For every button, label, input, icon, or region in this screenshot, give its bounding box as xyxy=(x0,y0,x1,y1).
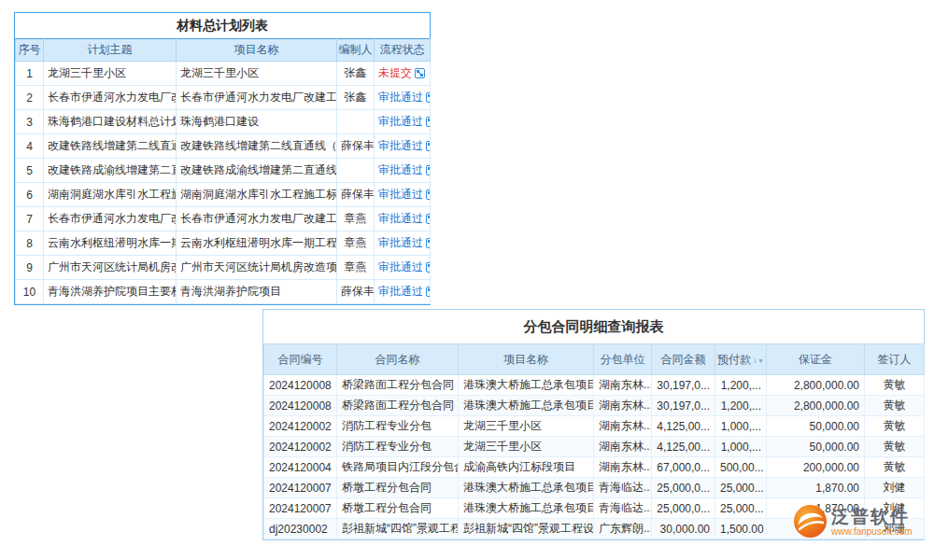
project-name-link[interactable]: 港珠澳大桥施工总承包项目 xyxy=(459,375,594,396)
contract-table-row: 2024120007桥墩工程分包合同港珠澳大桥施工总承包项目青海临达...25,… xyxy=(264,478,925,498)
material-table-row: 8云南水利枢纽潜明水库一期...云南水利枢纽潜明水库一期工程施工标章燕审批通过 xyxy=(16,231,431,256)
contract-column-header[interactable]: 签订人 xyxy=(865,344,925,375)
plan-subject-link[interactable]: 云南水利枢纽潜明水库一期... xyxy=(44,231,177,256)
contract-code-link[interactable]: 2024120007 xyxy=(264,498,337,519)
workflow-status-cell: 审批通过 xyxy=(375,159,431,183)
signer-name: 黄敏 xyxy=(865,396,925,416)
project-name-link[interactable]: 珠海鹤港口建设 xyxy=(177,110,337,134)
material-table-row: 3珠海鹤港口建设材料总计划珠海鹤港口建设审批通过 xyxy=(16,110,431,134)
status-text: 未提交 xyxy=(378,66,412,79)
contract-code-link[interactable]: 2024120004 xyxy=(264,457,337,478)
row-number: 9 xyxy=(16,256,44,280)
project-name-link[interactable]: 湖南洞庭湖水库引水工程施工标 xyxy=(177,183,337,207)
contract-column-header[interactable]: 合同名称 xyxy=(337,344,459,375)
plan-subject-link[interactable]: 龙湖三千里小区 xyxy=(44,62,177,86)
project-name-link[interactable]: 成渝高铁内江标段项目 xyxy=(459,457,594,478)
project-name-link[interactable]: 长春市伊通河水力发电厂改建工程 xyxy=(177,86,337,110)
workflow-diagram-icon[interactable] xyxy=(426,238,431,248)
contract-code-link[interactable]: dj20230002 xyxy=(264,519,337,539)
plan-subject-link[interactable]: 改建铁路线增建第二线直通... xyxy=(44,134,177,159)
workflow-diagram-icon[interactable] xyxy=(426,287,431,297)
contract-name-link[interactable]: 铁路局项目内江段分包合同 xyxy=(337,457,459,478)
contract-column-header[interactable]: 合同金额 xyxy=(652,344,715,375)
project-name-link[interactable]: 港珠澳大桥施工总承包项目 xyxy=(459,478,594,498)
deposit-amount: 2,800,000.00 xyxy=(767,375,865,396)
project-name-link[interactable]: 云南水利枢纽潜明水库一期工程施工标 xyxy=(177,231,337,256)
contract-amount: 25,000,0... xyxy=(652,478,715,498)
project-name-link[interactable]: 港珠澳大桥施工总承包项目 xyxy=(459,498,594,519)
project-name-link[interactable]: 青海洪湖养护院项目 xyxy=(177,280,337,304)
workflow-diagram-icon[interactable] xyxy=(426,141,431,151)
contract-name-link[interactable]: 桥梁路面工程分包合同 xyxy=(337,396,459,416)
signer-name: 刘健 xyxy=(865,478,925,498)
contract-column-header[interactable]: 预付款↓▼ xyxy=(715,344,767,375)
contract-code-link[interactable]: 2024120002 xyxy=(264,437,337,457)
workflow-diagram-icon[interactable] xyxy=(426,92,431,103)
subcontract-unit: 广东辉朗... xyxy=(594,519,652,539)
workflow-diagram-icon[interactable] xyxy=(426,262,431,273)
contract-code-link[interactable]: 2024120008 xyxy=(264,375,337,396)
advance-payment: 25,000... xyxy=(715,498,767,519)
contract-column-header[interactable]: 分包单位 xyxy=(594,344,652,375)
workflow-status-cell: 审批通过 xyxy=(375,110,431,134)
project-name-link[interactable]: 龙湖三千里小区 xyxy=(459,416,594,437)
project-name-link[interactable]: 港珠澳大桥施工总承包项目 xyxy=(459,396,594,416)
plan-subject-link[interactable]: 珠海鹤港口建设材料总计划 xyxy=(44,110,177,134)
material-table-row: 1龙湖三千里小区龙湖三千里小区张鑫未提交 xyxy=(16,62,431,86)
project-name-link[interactable]: 龙湖三千里小区 xyxy=(459,437,594,457)
row-number: 4 xyxy=(16,134,44,159)
project-name-link[interactable]: 彭祖新城“四馆”景观工程设计项 xyxy=(459,519,594,539)
material-column-header: 流程状态 xyxy=(375,39,431,62)
plan-subject-link[interactable]: 改建铁路成渝线增建第二直... xyxy=(44,159,177,183)
workflow-diagram-icon[interactable] xyxy=(426,189,431,200)
contract-code-link[interactable]: 2024120007 xyxy=(264,478,337,498)
plan-subject-link[interactable]: 湖南洞庭湖水库引水工程施... xyxy=(44,183,177,207)
watermark-brand: 泛普软件 xyxy=(831,507,913,526)
workflow-diagram-icon[interactable] xyxy=(426,165,431,175)
status-text: 审批通过 xyxy=(378,139,423,152)
contract-column-header[interactable]: 项目名称 xyxy=(459,344,594,375)
plan-subject-link[interactable]: 长春市伊通河水力发电厂改... xyxy=(44,207,177,231)
deposit-amount: 50,000.00 xyxy=(767,437,865,457)
contract-name-link[interactable]: 桥墩工程分包合同 xyxy=(337,498,459,519)
status-text: 审批通过 xyxy=(378,163,423,176)
workflow-diagram-icon[interactable] xyxy=(426,214,431,224)
advance-payment: 1,500.00 xyxy=(715,519,767,539)
row-number: 2 xyxy=(16,86,44,110)
plan-subject-link[interactable]: 长春市伊通河水力发电厂改... xyxy=(44,86,177,110)
material-plan-panel: 材料总计划列表 序号计划主题项目名称编制人流程状态 1龙湖三千里小区龙湖三千里小… xyxy=(14,12,431,305)
material-table-row: 2长春市伊通河水力发电厂改...长春市伊通河水力发电厂改建工程张鑫审批通过 xyxy=(16,86,431,110)
material-table-row: 9广州市天河区统计局机房改...广州市天河区统计局机房改造项目章燕审批通过 xyxy=(16,256,431,280)
material-table-row: 5改建铁路成渝线增建第二直...改建铁路成渝线增建第二直通线（成...审批通过 xyxy=(16,159,431,183)
workflow-diagram-icon[interactable] xyxy=(415,68,425,78)
sort-descending-filter-icon[interactable]: ↓▼ xyxy=(753,355,764,365)
contract-column-header[interactable]: 保证金 xyxy=(767,344,865,375)
deposit-amount: 200,000.00 xyxy=(767,457,865,478)
compiler-name xyxy=(337,159,375,183)
workflow-diagram-icon[interactable] xyxy=(426,117,431,127)
contract-name-link[interactable]: 彭祖新城“四馆”景观工程设计分... xyxy=(337,519,459,539)
project-name-link[interactable]: 龙湖三千里小区 xyxy=(177,62,337,86)
contract-amount: 67,000,0... xyxy=(652,457,715,478)
workflow-status-cell: 审批通过 xyxy=(375,231,431,256)
project-name-link[interactable]: 改建铁路线增建第二线直通线（成都-... xyxy=(177,134,337,159)
column-label: 合同名称 xyxy=(375,353,420,366)
contract-amount: 4,125,00... xyxy=(652,416,715,437)
material-plan-table: 序号计划主题项目名称编制人流程状态 1龙湖三千里小区龙湖三千里小区张鑫未提交2长… xyxy=(15,38,431,304)
contract-name-link[interactable]: 消防工程专业分包 xyxy=(337,437,459,457)
signer-name: 黄敏 xyxy=(865,416,925,437)
contract-column-header[interactable]: 合同编号 xyxy=(264,344,337,375)
contract-name-link[interactable]: 桥梁路面工程分包合同 xyxy=(337,375,459,396)
compiler-name: 薛保丰 xyxy=(337,280,375,304)
contract-code-link[interactable]: 2024120002 xyxy=(264,416,337,437)
subcontract-unit: 湖南东林... xyxy=(594,457,652,478)
plan-subject-link[interactable]: 广州市天河区统计局机房改... xyxy=(44,256,177,280)
advance-payment: 500,00... xyxy=(715,457,767,478)
contract-name-link[interactable]: 消防工程专业分包 xyxy=(337,416,459,437)
contract-code-link[interactable]: 2024120008 xyxy=(264,396,337,416)
contract-name-link[interactable]: 桥墩工程分包合同 xyxy=(337,478,459,498)
project-name-link[interactable]: 广州市天河区统计局机房改造项目 xyxy=(177,256,337,280)
plan-subject-link[interactable]: 青海洪湖养护院项目主要材料 xyxy=(44,280,177,304)
project-name-link[interactable]: 长春市伊通河水力发电厂改建工程 xyxy=(177,207,337,231)
project-name-link[interactable]: 改建铁路成渝线增建第二直通线（成... xyxy=(177,159,337,183)
